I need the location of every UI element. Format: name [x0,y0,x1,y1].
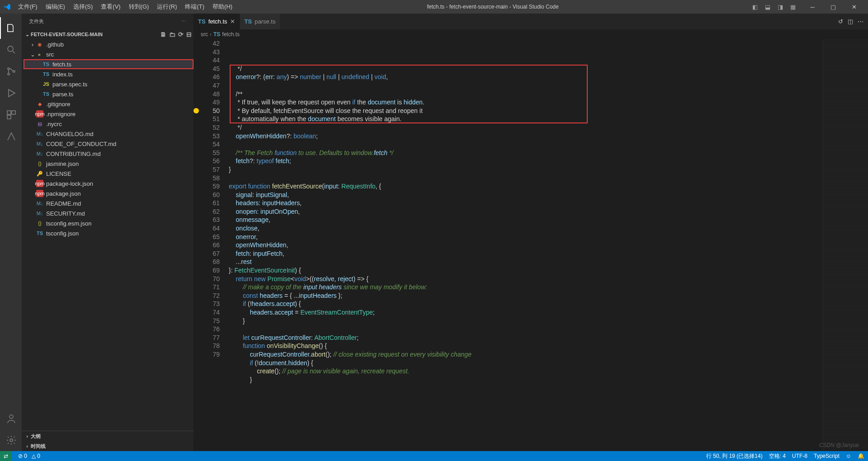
menu-item[interactable]: 编辑(E) [42,1,69,13]
md-icon: M↓ [36,130,43,137]
tree-item-label: .nycrc [46,121,62,127]
panel-bottom-icon[interactable]: ⬓ [762,1,773,12]
tree-item-label: SECURITY.md [46,210,85,217]
tree-item-label: .npmignore [46,111,75,118]
indentation[interactable]: 空格: 4 [769,452,786,460]
github-icon: ◉ [36,41,43,48]
minimize-button[interactable]: ─ [802,0,823,14]
svg-point-7 [9,415,13,419]
tree-item[interactable]: TStsconfig.json [24,228,193,238]
language-mode[interactable]: TypeScript [814,453,840,459]
tree-item-label: fetch.ts [52,61,71,68]
tree-item[interactable]: M↓README.md [24,198,193,208]
json-icon: {} [36,220,43,227]
maximize-button[interactable]: ▢ [823,0,844,14]
breadcrumb-item[interactable]: src [201,31,208,38]
ts-icon: TS [42,90,50,98]
remote-indicator[interactable]: ⇄ [0,451,12,461]
panel-right-icon[interactable]: ◨ [775,1,786,12]
editor-tab[interactable]: TSparse.ts [240,14,281,29]
tab-label: parse.ts [255,18,275,25]
tree-item[interactable]: ▤.nycrc [24,119,193,129]
tree-item[interactable]: npmpackage-lock.json [24,179,193,188]
minimap[interactable] [823,39,868,451]
tree-item[interactable]: ⌄▸src [24,49,193,59]
history-icon[interactable]: ↺ [838,18,843,25]
activitybar [0,14,22,451]
md-icon: M↓ [36,140,43,147]
tree-item-label: CHANGELOG.md [46,131,94,137]
tree-item[interactable]: TSindex.ts [24,69,193,79]
window-controls: ─ ▢ ✕ [802,0,864,14]
npm-icon: npm [36,110,43,118]
layout-icon[interactable]: ▦ [788,1,798,12]
close-button[interactable]: ✕ [844,0,864,14]
svg-point-1 [8,68,9,70]
editor-tabs: TSfetch.ts✕TSparse.ts ↺ ◫ ⋯ [193,14,868,29]
new-folder-icon[interactable]: 🗀 [169,31,175,38]
tree-item[interactable]: npm.npmignore [24,109,193,119]
editor-tab[interactable]: TSfetch.ts✕ [193,14,240,29]
sidebar-title: 文件夹 [29,18,181,25]
timeline-section[interactable]: › 时间线 [22,441,193,451]
tree-item[interactable]: ◆.gitignore [24,99,193,109]
outline-section[interactable]: › 大纲 [22,431,193,441]
menu-item[interactable]: 查看(V) [97,1,124,13]
menu-item[interactable]: 文件(F) [14,1,41,13]
tree-item[interactable]: {}tsconfig.esm.json [24,218,193,228]
menu-item[interactable]: 选择(S) [70,1,96,13]
tree-item-label: index.ts [52,71,73,78]
code-content[interactable]: */ onerror?: (err: any) => number | null… [229,39,823,451]
settings-gear-icon[interactable] [0,429,22,451]
sidebar-more-icon[interactable]: ⋯ [181,19,186,24]
cursor-position[interactable]: 行 50, 列 19 (已选择14) [706,452,763,460]
ts-icon: TS [42,71,50,78]
tree-item[interactable]: npmpackage.json [24,188,193,198]
new-file-icon[interactable]: 🗎 [160,31,166,38]
tree-item[interactable]: M↓CHANGELOG.md [24,129,193,139]
notifications-icon[interactable]: 🔔 [858,453,864,459]
file-tree: ›◉.github⌄▸srcTSfetch.tsTSindex.tsJSpars… [22,39,193,238]
line-gutter: 4243444546474849505152535455565758596061… [202,39,229,451]
tree-item[interactable]: TSparse.ts [24,89,193,99]
menu-item[interactable]: 终端(T) [181,1,208,13]
tree-item[interactable]: JSparse.spec.ts [24,79,193,89]
feedback-icon[interactable]: ☺ [846,453,851,459]
panel-left-icon[interactable]: ◧ [750,1,760,12]
workspace-name: FETCH-EVENT-SOURCE-MAIN [31,32,160,37]
tree-item[interactable]: M↓CONTRIBUTING.md [24,149,193,159]
menu-item[interactable]: 转到(G) [125,1,153,13]
breadcrumb-item[interactable]: fetch.ts [222,31,240,38]
code-editor[interactable]: 4243444546474849505152535455565758596061… [193,39,868,451]
run-debug-icon[interactable] [0,82,22,104]
breadcrumbs[interactable]: src › TS fetch.ts [193,29,868,39]
tree-item-label: parse.spec.ts [52,81,87,88]
tree-item[interactable]: TSfetch.ts [24,59,193,69]
source-control-icon[interactable] [0,61,22,82]
ts-icon: TS [42,61,50,68]
tree-item[interactable]: ›◉.github [24,39,193,49]
refresh-icon[interactable]: ⟳ [178,31,184,38]
explorer-icon[interactable] [0,17,22,39]
search-icon[interactable] [0,39,22,61]
extensions-icon[interactable] [0,104,22,126]
lightbulb-icon[interactable] [193,108,199,113]
errors-count[interactable]: ⊘ 0 [18,453,27,459]
split-editor-icon[interactable]: ◫ [848,18,853,25]
close-tab-icon[interactable]: ✕ [230,18,235,25]
menu-item[interactable]: 运行(R) [153,1,180,13]
encoding[interactable]: UTF-8 [792,453,807,459]
tree-item[interactable]: M↓CODE_OF_CONDUCT.md [24,139,193,149]
warnings-count[interactable]: △ 0 [32,453,40,459]
tree-item[interactable]: {}jasmine.json [24,159,193,169]
more-actions-icon[interactable]: ⋯ [858,18,863,25]
explorer-section-header[interactable]: ⌄ FETCH-EVENT-SOURCE-MAIN 🗎 🗀 ⟳ ⊟ [22,29,193,39]
tree-item[interactable]: 🔑LICENSE [24,169,193,179]
collapse-all-icon[interactable]: ⊟ [186,31,192,38]
md-icon: M↓ [36,210,43,217]
git-graph-icon[interactable] [0,126,22,147]
tree-item[interactable]: M↓SECURITY.md [24,208,193,218]
svg-rect-5 [12,111,15,114]
accounts-icon[interactable] [0,408,22,429]
menu-item[interactable]: 帮助(H) [209,1,236,13]
